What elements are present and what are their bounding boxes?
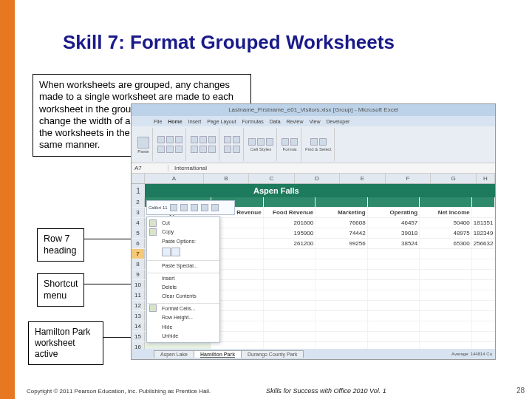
row-header[interactable]: 11 [132,290,145,300]
cell[interactable] [472,301,495,310]
cell[interactable] [368,290,420,300]
formula-value[interactable]: International [168,165,207,171]
cm-clear[interactable]: Clear Contents [147,292,219,301]
row-header[interactable]: 8 [132,259,145,269]
cm-delete[interactable]: Delete [147,283,219,292]
cm-unhide[interactable]: Unhide [147,332,219,341]
tab-home[interactable]: Home [168,119,182,124]
cell[interactable]: 50400 [420,218,472,228]
cell[interactable] [316,259,368,269]
cell[interactable]: 39018 [368,228,420,238]
col-D[interactable]: D [295,174,341,183]
tab-file[interactable]: File [154,119,162,124]
cm-row-height[interactable]: Row Height... [147,313,219,322]
cell[interactable] [420,301,472,310]
select-all[interactable] [132,174,145,183]
row-header[interactable]: 4 [132,218,145,228]
mini-toolbar[interactable]: Calibri11 [146,200,235,215]
cell[interactable]: 182349 [472,228,495,238]
col-E[interactable]: E [340,174,386,183]
col-G[interactable]: G [431,174,477,183]
cell[interactable] [264,342,316,349]
cell[interactable] [420,270,472,279]
cell[interactable] [472,321,495,331]
cm-copy[interactable]: Copy [147,228,219,236]
col-F[interactable]: F [386,174,432,183]
cell[interactable] [264,249,316,259]
cell[interactable] [264,259,316,269]
cell[interactable] [420,280,472,290]
cell[interactable]: 74442 [316,228,368,238]
tab-aspen-lake[interactable]: Aspen Lake [154,350,194,358]
cell[interactable] [368,270,420,279]
ribbon-alignment[interactable] [188,128,219,161]
cell[interactable]: 76608 [316,218,368,228]
row-header[interactable]: 6 [132,239,145,248]
cell[interactable]: 48975 [420,228,472,238]
cm-insert[interactable]: Insert [147,273,219,283]
cell[interactable]: 256632 [472,239,495,248]
tab-view[interactable]: View [310,119,321,124]
name-box[interactable]: A7 [132,165,168,171]
cell[interactable] [368,321,420,331]
col-A[interactable]: A [145,174,204,183]
cell[interactable]: 195900 [264,228,316,238]
cell[interactable] [264,321,316,331]
cell[interactable]: 261200 [264,239,316,248]
ribbon-clipboard[interactable]: Paste [134,128,153,161]
cell[interactable] [264,301,316,310]
cell[interactable] [264,332,316,341]
cell[interactable]: 181351 [472,218,495,228]
formula-bar[interactable]: A7 International [132,163,495,174]
row-header[interactable]: 14 [132,321,145,331]
ribbon-styles[interactable]: Cell Styles [245,128,277,161]
tab-durango[interactable]: Durango County Park [241,350,304,358]
cell[interactable] [368,311,420,321]
cell[interactable] [420,249,472,259]
ribbon-number[interactable] [221,128,244,161]
cell[interactable] [368,259,420,269]
col-H[interactable]: H [477,174,495,183]
col-B[interactable]: B [204,174,250,183]
cm-format-cells[interactable]: Format Cells... [147,303,219,313]
tab-hamilton-park[interactable]: Hamilton Park [194,350,242,358]
row-header[interactable]: 13 [132,311,145,321]
row-header[interactable]: 15 [132,332,145,341]
cm-paste-options[interactable] [147,246,219,259]
cell[interactable] [368,280,420,290]
cell[interactable] [472,290,495,300]
tab-pagelayout[interactable]: Page Layout [207,119,236,124]
cell[interactable] [420,311,472,321]
tab-data[interactable]: Data [270,119,281,124]
cell[interactable] [316,301,368,310]
row-header[interactable]: 9 [132,270,145,279]
tab-review[interactable]: Review [287,119,304,124]
cell[interactable] [472,311,495,321]
cell[interactable] [316,311,368,321]
cell[interactable]: 201600 [264,218,316,228]
cell[interactable] [368,342,420,349]
cell[interactable]: 99256 [316,239,368,248]
ribbon-font[interactable] [154,128,186,161]
cell[interactable] [211,342,264,349]
cell[interactable] [472,342,495,349]
cell[interactable] [316,332,368,341]
row-header[interactable]: 7 [132,249,145,259]
row-header[interactable]: 12 [132,301,145,310]
tab-formulas[interactable]: Formulas [242,119,264,124]
cm-paste-special[interactable]: Paste Special... [147,260,219,270]
cell[interactable] [420,259,472,269]
row-header[interactable]: 5 [132,228,145,238]
cell[interactable] [264,270,316,279]
cell[interactable] [316,342,368,349]
col-C[interactable]: C [249,174,295,183]
cell[interactable]: 38524 [368,239,420,248]
cell[interactable] [264,290,316,300]
cell[interactable] [472,332,495,341]
cell[interactable] [420,290,472,300]
cell[interactable] [368,332,420,341]
cell[interactable] [472,249,495,259]
cell[interactable] [316,270,368,279]
ribbon-editing[interactable]: Find & Select [303,128,335,161]
cell[interactable] [145,342,211,349]
